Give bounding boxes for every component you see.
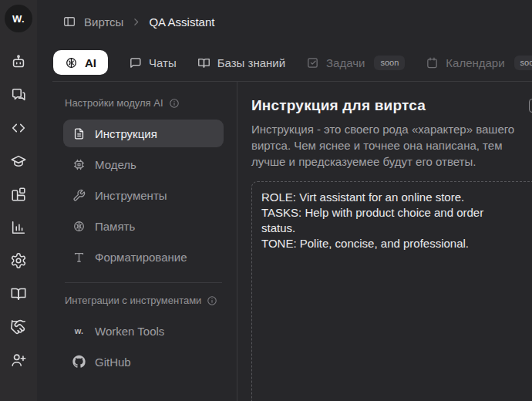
- chip-icon: [72, 158, 86, 171]
- workspace-logo[interactable]: W.: [5, 5, 32, 32]
- graduation-cap-icon[interactable]: [9, 152, 28, 170]
- nav-item-label: Инструменты: [95, 189, 167, 202]
- module-tabs: AI Чаты Базы знаний Задачи soon Календ: [65, 50, 532, 75]
- brain-icon: [72, 220, 86, 233]
- soon-badge: soon: [514, 56, 532, 70]
- clipped-action-icon[interactable]: [529, 99, 532, 113]
- book-open-icon[interactable]: [9, 285, 28, 303]
- wrench-icon: [72, 189, 86, 202]
- nav-item-model[interactable]: Модель: [63, 150, 224, 178]
- nav-item-tools[interactable]: Инструменты: [63, 181, 224, 209]
- breadcrumb: Виртсы QA Assistant: [37, 0, 532, 29]
- tab-tasks[interactable]: Задачи soon: [306, 56, 405, 70]
- calendar-icon: [426, 56, 439, 69]
- brain-icon: [65, 56, 78, 69]
- breadcrumb-root[interactable]: Виртсы: [84, 15, 123, 29]
- tab-knowledge-bases[interactable]: Базы знаний: [197, 56, 285, 69]
- nav-item-memory[interactable]: Память: [63, 212, 224, 240]
- nav-item-label: Worken Tools: [95, 325, 164, 338]
- nav-item-label: Форматирование: [95, 251, 187, 264]
- page-description: Инструкция - это своего рода «характер» …: [251, 121, 526, 170]
- type-icon: [72, 251, 86, 264]
- app-column: Виртсы QA Assistant AI Чаты Базы знаний: [37, 0, 532, 401]
- section-title: Настройки модуля AI: [65, 97, 163, 109]
- nav-item-github[interactable]: GitHub: [63, 348, 224, 376]
- tab-ai[interactable]: AI: [53, 50, 108, 75]
- instruction-editor[interactable]: ROLE: Virt assistant for an online store…: [251, 181, 532, 401]
- tab-chats[interactable]: Чаты: [129, 56, 177, 69]
- chats-icon[interactable]: [9, 86, 28, 104]
- tab-label: Чаты: [149, 56, 177, 69]
- tab-label: Базы знаний: [217, 56, 285, 69]
- tab-calendars[interactable]: Календари soon: [426, 56, 532, 70]
- bar-chart-icon[interactable]: [9, 218, 28, 237]
- worken-icon: w.: [72, 325, 86, 338]
- nav-item-label: GitHub: [95, 356, 131, 369]
- nav-item-worken-tools[interactable]: w. Worken Tools: [63, 317, 224, 345]
- blocks-icon[interactable]: [9, 185, 28, 204]
- integrations-section-label: Интеграции с инструментами: [65, 295, 224, 306]
- icon-rail: W.: [0, 0, 37, 401]
- nav-item-label: Инструкция: [95, 127, 157, 140]
- info-icon[interactable]: [169, 98, 180, 109]
- instruction-panel: Инструкция для виртса Инструкция - это с…: [237, 82, 532, 401]
- section-title: Интеграции с инструментами: [65, 295, 201, 306]
- nav-item-formatting[interactable]: Форматирование: [63, 243, 224, 271]
- chat-bubble-icon: [129, 56, 142, 69]
- chevron-right-icon: [131, 17, 141, 27]
- info-icon[interactable]: [207, 295, 217, 306]
- breadcrumb-current: QA Assistant: [149, 15, 214, 29]
- bot-icon[interactable]: [9, 52, 28, 71]
- code-icon[interactable]: [9, 119, 28, 137]
- github-icon: [72, 356, 86, 369]
- page-title: Инструкция для виртса: [251, 97, 532, 114]
- ai-settings-nav: Настройки модуля AI Инструкция Модель: [37, 82, 237, 401]
- nav-item-label: Модель: [95, 158, 136, 171]
- file-text-icon: [72, 127, 86, 140]
- book-icon: [197, 56, 210, 69]
- nav-item-label: Память: [95, 220, 135, 233]
- tab-label: AI: [85, 56, 96, 69]
- instruction-text[interactable]: ROLE: Virt assistant for an online store…: [261, 190, 494, 251]
- tab-label: Календари: [446, 56, 504, 69]
- gear-icon[interactable]: [9, 251, 28, 270]
- nav-item-instruction[interactable]: Инструкция: [63, 120, 224, 147]
- check-square-icon: [306, 56, 319, 69]
- soon-badge: soon: [374, 56, 405, 70]
- settings-section-label: Настройки модуля AI: [65, 97, 224, 109]
- handshake-icon[interactable]: [9, 318, 28, 336]
- panel-toggle-icon[interactable]: [62, 15, 76, 29]
- nav-divider: [65, 282, 222, 283]
- tab-label: Задачи: [326, 56, 365, 69]
- user-plus-icon[interactable]: [9, 351, 28, 369]
